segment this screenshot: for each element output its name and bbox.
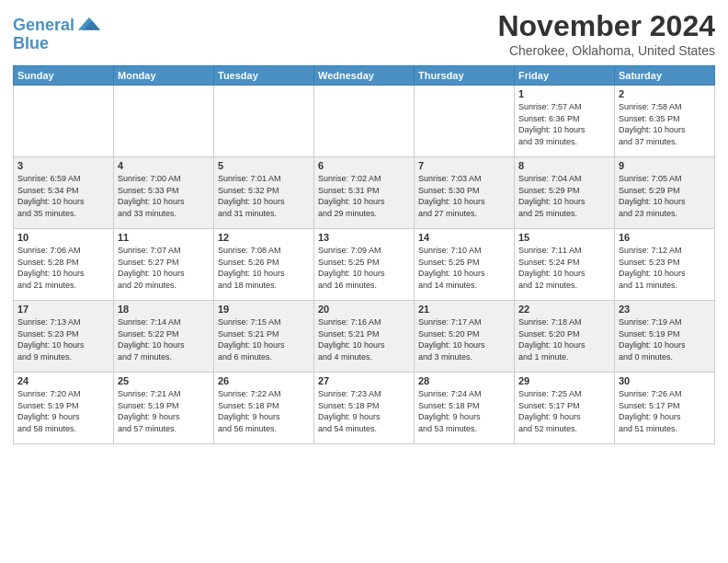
calendar-empty-cell xyxy=(114,86,214,157)
calendar-empty-cell xyxy=(415,86,515,157)
day-number: 10 xyxy=(17,232,109,243)
day-info: Sunrise: 7:21 AM Sunset: 5:19 PM Dayligh… xyxy=(118,388,210,434)
logo-text: General xyxy=(13,17,74,35)
logo: General Blue xyxy=(13,13,102,53)
page-header: General Blue November 2024 Cherokee, Okl… xyxy=(13,9,715,58)
day-info: Sunrise: 7:14 AM Sunset: 5:22 PM Dayligh… xyxy=(118,316,210,362)
calendar-day-1: 1Sunrise: 7:57 AM Sunset: 6:36 PM Daylig… xyxy=(515,86,615,157)
calendar-day-2: 2Sunrise: 7:58 AM Sunset: 6:35 PM Daylig… xyxy=(615,86,715,157)
logo-general: General xyxy=(13,16,74,34)
day-number: 16 xyxy=(619,232,711,243)
day-header-tuesday: Tuesday xyxy=(214,66,314,86)
calendar-day-5: 5Sunrise: 7:01 AM Sunset: 5:32 PM Daylig… xyxy=(214,157,314,229)
calendar-day-12: 12Sunrise: 7:08 AM Sunset: 5:26 PM Dayli… xyxy=(214,229,314,301)
day-info: Sunrise: 7:12 AM Sunset: 5:23 PM Dayligh… xyxy=(619,245,711,291)
day-info: Sunrise: 6:59 AM Sunset: 5:34 PM Dayligh… xyxy=(17,173,109,219)
calendar-day-9: 9Sunrise: 7:05 AM Sunset: 5:29 PM Daylig… xyxy=(615,157,715,229)
calendar-week-row: 1Sunrise: 7:57 AM Sunset: 6:36 PM Daylig… xyxy=(14,86,715,157)
calendar-day-15: 15Sunrise: 7:11 AM Sunset: 5:24 PM Dayli… xyxy=(515,229,615,301)
day-header-monday: Monday xyxy=(114,66,214,86)
day-info: Sunrise: 7:57 AM Sunset: 6:36 PM Dayligh… xyxy=(518,101,610,147)
day-number: 22 xyxy=(518,304,610,315)
logo-icon xyxy=(76,13,102,39)
day-info: Sunrise: 7:18 AM Sunset: 5:20 PM Dayligh… xyxy=(518,316,610,362)
day-info: Sunrise: 7:03 AM Sunset: 5:30 PM Dayligh… xyxy=(418,173,510,219)
day-info: Sunrise: 7:02 AM Sunset: 5:31 PM Dayligh… xyxy=(318,173,410,219)
day-info: Sunrise: 7:17 AM Sunset: 5:20 PM Dayligh… xyxy=(418,316,510,362)
day-number: 23 xyxy=(619,304,711,315)
day-info: Sunrise: 7:22 AM Sunset: 5:18 PM Dayligh… xyxy=(218,388,310,434)
day-number: 21 xyxy=(418,304,510,315)
day-header-wednesday: Wednesday xyxy=(314,66,415,86)
day-info: Sunrise: 7:16 AM Sunset: 5:21 PM Dayligh… xyxy=(318,316,410,362)
day-number: 25 xyxy=(118,375,210,386)
day-number: 2 xyxy=(619,88,711,99)
day-number: 26 xyxy=(218,375,310,386)
day-number: 27 xyxy=(318,375,410,386)
calendar-day-21: 21Sunrise: 7:17 AM Sunset: 5:20 PM Dayli… xyxy=(415,301,515,373)
calendar-week-row: 17Sunrise: 7:13 AM Sunset: 5:23 PM Dayli… xyxy=(14,301,715,373)
day-number: 4 xyxy=(118,160,210,171)
day-info: Sunrise: 7:23 AM Sunset: 5:18 PM Dayligh… xyxy=(318,388,410,434)
day-number: 24 xyxy=(17,375,109,386)
calendar-day-30: 30Sunrise: 7:26 AM Sunset: 5:17 PM Dayli… xyxy=(615,373,715,444)
calendar-week-row: 3Sunrise: 6:59 AM Sunset: 5:34 PM Daylig… xyxy=(14,157,715,229)
calendar-day-20: 20Sunrise: 7:16 AM Sunset: 5:21 PM Dayli… xyxy=(314,301,415,373)
calendar-day-13: 13Sunrise: 7:09 AM Sunset: 5:25 PM Dayli… xyxy=(314,229,415,301)
calendar-day-6: 6Sunrise: 7:02 AM Sunset: 5:31 PM Daylig… xyxy=(314,157,415,229)
day-number: 20 xyxy=(318,304,410,315)
calendar-day-10: 10Sunrise: 7:06 AM Sunset: 5:28 PM Dayli… xyxy=(14,229,114,301)
calendar-day-18: 18Sunrise: 7:14 AM Sunset: 5:22 PM Dayli… xyxy=(114,301,214,373)
calendar-day-29: 29Sunrise: 7:25 AM Sunset: 5:17 PM Dayli… xyxy=(515,373,615,444)
page-container: General Blue November 2024 Cherokee, Okl… xyxy=(0,0,728,563)
day-info: Sunrise: 7:13 AM Sunset: 5:23 PM Dayligh… xyxy=(17,316,109,362)
calendar-table: SundayMondayTuesdayWednesdayThursdayFrid… xyxy=(13,65,715,444)
calendar-day-14: 14Sunrise: 7:10 AM Sunset: 5:25 PM Dayli… xyxy=(415,229,515,301)
day-info: Sunrise: 7:20 AM Sunset: 5:19 PM Dayligh… xyxy=(17,388,109,434)
day-number: 18 xyxy=(118,304,210,315)
day-info: Sunrise: 7:00 AM Sunset: 5:33 PM Dayligh… xyxy=(118,173,210,219)
calendar-day-8: 8Sunrise: 7:04 AM Sunset: 5:29 PM Daylig… xyxy=(515,157,615,229)
logo-blue: Blue xyxy=(13,35,49,53)
calendar-day-4: 4Sunrise: 7:00 AM Sunset: 5:33 PM Daylig… xyxy=(114,157,214,229)
day-number: 14 xyxy=(418,232,510,243)
day-header-thursday: Thursday xyxy=(415,66,515,86)
day-number: 12 xyxy=(218,232,310,243)
day-number: 30 xyxy=(619,375,711,386)
calendar-day-19: 19Sunrise: 7:15 AM Sunset: 5:21 PM Dayli… xyxy=(214,301,314,373)
day-info: Sunrise: 7:19 AM Sunset: 5:19 PM Dayligh… xyxy=(619,316,711,362)
day-number: 3 xyxy=(17,160,109,171)
location: Cherokee, Oklahoma, United States xyxy=(497,43,715,58)
calendar-day-27: 27Sunrise: 7:23 AM Sunset: 5:18 PM Dayli… xyxy=(314,373,415,444)
calendar-week-row: 24Sunrise: 7:20 AM Sunset: 5:19 PM Dayli… xyxy=(14,373,715,444)
calendar-day-24: 24Sunrise: 7:20 AM Sunset: 5:19 PM Dayli… xyxy=(14,373,114,444)
day-info: Sunrise: 7:04 AM Sunset: 5:29 PM Dayligh… xyxy=(518,173,610,219)
day-info: Sunrise: 7:25 AM Sunset: 5:17 PM Dayligh… xyxy=(518,388,610,434)
day-info: Sunrise: 7:15 AM Sunset: 5:21 PM Dayligh… xyxy=(218,316,310,362)
day-number: 6 xyxy=(318,160,410,171)
day-info: Sunrise: 7:01 AM Sunset: 5:32 PM Dayligh… xyxy=(218,173,310,219)
calendar-day-25: 25Sunrise: 7:21 AM Sunset: 5:19 PM Dayli… xyxy=(114,373,214,444)
day-info: Sunrise: 7:24 AM Sunset: 5:18 PM Dayligh… xyxy=(418,388,510,434)
calendar-day-22: 22Sunrise: 7:18 AM Sunset: 5:20 PM Dayli… xyxy=(515,301,615,373)
day-number: 8 xyxy=(518,160,610,171)
day-header-saturday: Saturday xyxy=(615,66,715,86)
calendar-empty-cell xyxy=(14,86,114,157)
day-header-sunday: Sunday xyxy=(14,66,114,86)
calendar-day-28: 28Sunrise: 7:24 AM Sunset: 5:18 PM Dayli… xyxy=(415,373,515,444)
day-number: 29 xyxy=(518,375,610,386)
day-number: 5 xyxy=(218,160,310,171)
day-number: 28 xyxy=(418,375,510,386)
day-info: Sunrise: 7:10 AM Sunset: 5:25 PM Dayligh… xyxy=(418,245,510,291)
day-number: 15 xyxy=(518,232,610,243)
calendar-empty-cell xyxy=(214,86,314,157)
calendar-day-17: 17Sunrise: 7:13 AM Sunset: 5:23 PM Dayli… xyxy=(14,301,114,373)
day-number: 11 xyxy=(118,232,210,243)
calendar-day-16: 16Sunrise: 7:12 AM Sunset: 5:23 PM Dayli… xyxy=(615,229,715,301)
calendar-header-row: SundayMondayTuesdayWednesdayThursdayFrid… xyxy=(14,66,715,86)
day-number: 7 xyxy=(418,160,510,171)
day-info: Sunrise: 7:06 AM Sunset: 5:28 PM Dayligh… xyxy=(17,245,109,291)
calendar-day-23: 23Sunrise: 7:19 AM Sunset: 5:19 PM Dayli… xyxy=(615,301,715,373)
calendar-week-row: 10Sunrise: 7:06 AM Sunset: 5:28 PM Dayli… xyxy=(14,229,715,301)
calendar-empty-cell xyxy=(314,86,415,157)
